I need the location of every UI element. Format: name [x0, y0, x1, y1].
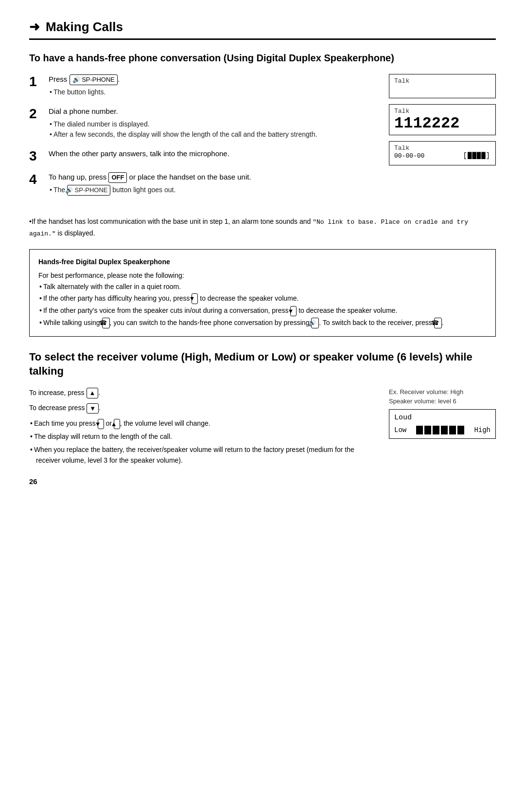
step-1: 1 Press 🔊 SP-PHONE. The button lights.	[29, 74, 374, 97]
display-box-1: Talk	[389, 74, 496, 98]
bar-2	[424, 426, 431, 434]
section1-title: To have a hands-free phone conversation …	[29, 52, 496, 64]
vol-bullet-2: The display will return to the length of…	[29, 431, 374, 442]
down-btn-4: ▼	[98, 419, 104, 430]
step-3-content: When the other party answers, talk into …	[49, 148, 374, 162]
step-1-bullet-1: The button lights.	[49, 87, 374, 97]
step-4: 4 To hang up, press OFF or place the han…	[29, 172, 374, 196]
vol-increase-label: To increase, press ▲.	[29, 387, 374, 399]
bar-line: Low High	[394, 426, 490, 434]
info-bullet-2: If the other party has difficulty hearin…	[38, 293, 487, 304]
steps-area: 1 Press 🔊 SP-PHONE. The button lights. 2…	[29, 74, 496, 204]
display-boxes: Talk Talk 1112222 Talk 00-00-00 [████]	[389, 74, 496, 204]
handset-key-1: ☎	[102, 318, 110, 328]
sp-phone-key-3: 🔊	[311, 318, 319, 328]
volume-right: Ex. Receiver volume: HighSpeaker volume:…	[389, 387, 496, 468]
example-label: Ex. Receiver volume: HighSpeaker volume:…	[389, 387, 496, 406]
step-1-text: Press 🔊 SP-PHONE.	[49, 74, 374, 85]
sp-phone-key: 🔊 SP-PHONE	[70, 74, 118, 85]
down-btn-3: ▼	[87, 403, 99, 414]
info-box-intro: For best performance, please note the fo…	[38, 270, 487, 281]
step-2-content: Dial a phone number. The dialed number i…	[49, 106, 374, 140]
off-key: OFF	[108, 172, 127, 183]
up-btn-2: ▲	[114, 419, 120, 430]
volume-area: To increase, press ▲. To decrease press …	[29, 387, 496, 468]
step-4-content: To hang up, press OFF or place the hands…	[49, 172, 374, 196]
step-4-text: To hang up, press OFF or place the hands…	[49, 172, 374, 183]
display-box-2: Talk 1112222	[389, 104, 496, 135]
down-btn-2: ▼	[290, 306, 297, 317]
page-title: Making Calls	[46, 19, 123, 35]
note-text: •If the handset has lost communication w…	[29, 217, 468, 237]
vol-bullet-1: Each time you press ▼ or ▲, the volume l…	[29, 418, 374, 429]
down-btn-1: ▼	[192, 293, 198, 304]
info-bullet-4: While talking using ☎, you can switch to…	[38, 317, 487, 328]
step-2-text: Dial a phone number.	[49, 106, 374, 117]
display-box-3: Talk 00-00-00 [████]	[389, 141, 496, 165]
volume-bars	[416, 426, 464, 434]
page-header: ➜ Making Calls	[29, 19, 496, 40]
display-2-label: Talk	[394, 108, 490, 115]
display-3-time: 00-00-00	[394, 152, 424, 160]
volume-left: To increase, press ▲. To decrease press …	[29, 387, 374, 468]
info-bullet-3: If the other party's voice from the spea…	[38, 305, 487, 316]
display-1-label: Talk	[394, 77, 490, 85]
note-block: •If the handset has lost communication w…	[29, 216, 496, 239]
step-3-number: 3	[29, 149, 49, 163]
bar-1	[416, 426, 423, 434]
bar-3	[433, 426, 439, 434]
display-3-row: 00-00-00 [████]	[394, 152, 490, 160]
low-label: Low	[394, 426, 406, 434]
page-number: 26	[29, 477, 496, 486]
step-4-number: 4	[29, 173, 49, 186]
info-bullet-1: Talk alternately with the caller in a qu…	[38, 281, 487, 292]
note-code: "No link to base. Place on cradle and tr…	[29, 218, 468, 237]
display-3-battery: [████]	[463, 152, 490, 160]
step-2-number: 2	[29, 107, 49, 121]
high-label: High	[474, 426, 490, 434]
sp-phone-key-2: 🔊 SP-PHONE	[67, 185, 111, 196]
display-3-label: Talk	[394, 144, 490, 152]
steps-list: 1 Press 🔊 SP-PHONE. The button lights. 2…	[29, 74, 374, 204]
header-arrow-icon: ➜	[29, 19, 40, 35]
bar-5	[449, 426, 456, 434]
step-4-bullet-1: The 🔊 SP-PHONE button light goes out.	[49, 185, 374, 196]
up-btn: ▲	[87, 388, 99, 398]
handset-key-2: ☎	[434, 318, 442, 328]
info-box-title: Hands-free Digital Duplex Speakerphone	[38, 256, 487, 267]
step-3-text: When the other party answers, talk into …	[49, 148, 374, 160]
bar-6	[457, 426, 464, 434]
step-2-bullet-1: The dialed number is displayed.	[49, 119, 374, 129]
step-2-bullet-2: After a few seconds, the display will sh…	[49, 129, 374, 140]
step-1-content: Press 🔊 SP-PHONE. The button lights.	[49, 74, 374, 97]
step-1-number: 1	[29, 75, 49, 89]
step-2: 2 Dial a phone number. The dialed number…	[29, 106, 374, 140]
info-box: Hands-free Digital Duplex Speakerphone F…	[29, 249, 496, 337]
display-2-number: 1112222	[394, 115, 490, 132]
volume-display-box: Loud Low High	[389, 409, 496, 439]
vol-decrease-label: To decrease press ▼.	[29, 402, 374, 414]
step-3: 3 When the other party answers, talk int…	[29, 148, 374, 163]
section2-title: To select the receiver volume (High, Med…	[29, 350, 496, 378]
bar-4	[441, 426, 448, 434]
vol-bullet-3: When you replace the battery, the receiv…	[29, 444, 374, 466]
loud-label: Loud	[394, 414, 490, 422]
volume-bullets: Each time you press ▼ or ▲, the volume l…	[29, 418, 374, 466]
